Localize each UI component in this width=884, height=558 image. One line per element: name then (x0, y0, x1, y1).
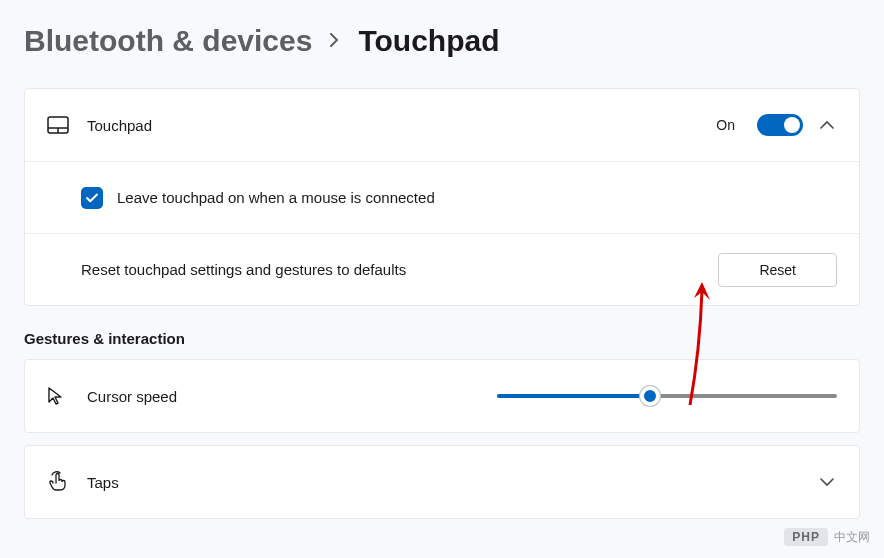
breadcrumb-parent[interactable]: Bluetooth & devices (24, 24, 312, 58)
reset-button[interactable]: Reset (718, 253, 837, 287)
reset-label: Reset touchpad settings and gestures to … (81, 261, 718, 278)
touchpad-card: Touchpad On Leave touchpad on when a mou… (24, 88, 860, 306)
leave-on-checkbox[interactable] (81, 187, 103, 209)
watermark-text: 中文网 (834, 529, 870, 546)
cursor-icon (47, 386, 87, 406)
cursor-speed-card: Cursor speed (24, 359, 860, 433)
leave-touchpad-on-row: Leave touchpad on when a mouse is connec… (25, 161, 859, 233)
touchpad-toggle[interactable] (757, 114, 803, 136)
chevron-up-icon[interactable] (817, 115, 837, 135)
cursor-speed-label: Cursor speed (87, 388, 497, 405)
taps-row[interactable]: Taps (25, 446, 859, 518)
toggle-state-label: On (716, 117, 735, 133)
touchpad-title: Touchpad (87, 117, 716, 134)
touchpad-icon (47, 116, 87, 134)
reset-row: Reset touchpad settings and gestures to … (25, 233, 859, 305)
cursor-speed-slider[interactable] (497, 386, 837, 406)
chevron-down-icon[interactable] (817, 472, 837, 492)
chevron-right-icon (330, 31, 340, 52)
breadcrumb-current: Touchpad (358, 24, 499, 58)
section-title-gestures: Gestures & interaction (24, 330, 860, 347)
leave-on-label: Leave touchpad on when a mouse is connec… (117, 189, 837, 206)
watermark: PHP 中文网 (784, 528, 870, 546)
touchpad-header-row[interactable]: Touchpad On (25, 89, 859, 161)
taps-label: Taps (87, 474, 817, 491)
watermark-badge: PHP (784, 528, 828, 546)
cursor-speed-row: Cursor speed (25, 360, 859, 432)
tap-icon (47, 471, 87, 493)
breadcrumb: Bluetooth & devices Touchpad (0, 0, 884, 76)
taps-card: Taps (24, 445, 860, 519)
